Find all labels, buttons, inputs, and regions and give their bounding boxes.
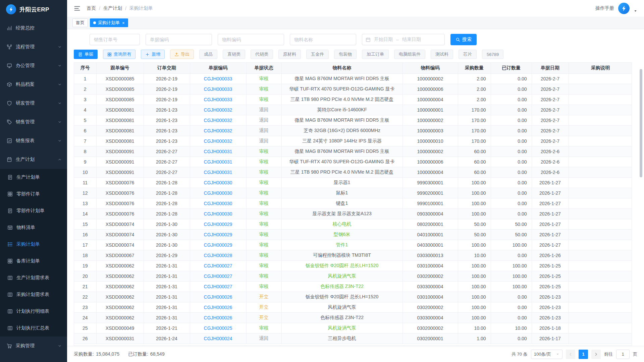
table-row[interactable]: 7XSDD0000812026-1-23CGJH000032退回三星 24英寸 … — [74, 136, 632, 146]
sidebar-item-workshop-settings[interactable]: 车间设置 — [0, 355, 67, 362]
sidebar-item-dashboard[interactable]: 经营总控 — [0, 19, 67, 38]
breadcrumb-production-plan[interactable]: 生产计划 — [103, 5, 122, 11]
table-row[interactable]: 14XSDD0000762026-1-28CGJH000030审核显示器支架 显… — [74, 208, 632, 219]
doc-no-link[interactable]: CGJH000031 — [204, 159, 232, 165]
sub-item-plan-exec-summary[interactable]: 计划执行汇总表 — [0, 320, 67, 337]
export-button[interactable]: 导出 — [170, 50, 194, 59]
sidebar-item-purchase-mgmt[interactable]: 采购管理 — [0, 337, 67, 355]
avatar[interactable] — [618, 3, 630, 14]
tab-home[interactable]: 首页 — [72, 18, 88, 27]
doc-no-link[interactable]: CGJH000032 — [204, 138, 232, 144]
category-chip-8[interactable]: 测试料 — [431, 50, 453, 59]
table-row[interactable]: 3XSDD0000852026-2-19CGJH000033审核三星 1TB 9… — [74, 94, 632, 105]
sidebar-item-production-plan[interactable]: 生产计划 — [0, 150, 67, 169]
manual-link[interactable]: 操作手册 — [595, 5, 614, 11]
table-row[interactable]: 18XSDD0000672026-1-29CGJH000028审核可编程控制器模… — [74, 250, 632, 260]
sub-item-parts-plan-order[interactable]: 零部件计划单 — [0, 202, 67, 219]
table-row[interactable]: 20XSDD0000622026-1-31CGJH000027审核风机旋涡气泵0… — [74, 271, 632, 281]
current-page-button[interactable]: 1 — [579, 350, 588, 359]
sidebar-item-rd-mgmt[interactable]: 研发管理 — [0, 94, 67, 113]
table-row[interactable]: 16XSDD0000742026-1-30CGJH000029审核型钢6米040… — [74, 229, 632, 240]
category-chip-7[interactable]: 电脑组装件 — [394, 50, 425, 59]
table-row[interactable]: 13XSDD0000762026-1-28CGJH000030审核键盘19990… — [74, 198, 632, 208]
doc-no-link[interactable]: CGJH000029 — [204, 222, 232, 227]
category-chip-0[interactable]: 成品 — [199, 50, 217, 59]
sub-item-stock-plan-order[interactable]: 备库计划单 — [0, 253, 67, 269]
table-row[interactable]: 9XSDD0000912026-2-27CGJH000031审核华硕 TUF-R… — [74, 157, 632, 167]
search-button[interactable]: 搜索 — [450, 34, 477, 45]
table-row[interactable]: 24XSDD0000622026-1-31CGJH000026开立色标传感器 Z… — [74, 312, 632, 323]
sidebar-item-process-mgmt[interactable]: 流程管理 — [0, 38, 67, 56]
doc-no-link[interactable]: CGJH000030 — [204, 201, 232, 206]
doc-no-link[interactable]: CGJH000026 — [204, 315, 232, 320]
table-row[interactable]: 5XSDD0000812026-1-23CGJH000032退回微星 MAG B… — [74, 115, 632, 125]
doc-no-link[interactable]: CGJH000025 — [204, 325, 232, 331]
category-chip-2[interactable]: 代销类 — [251, 50, 273, 59]
table-row[interactable]: 23XSDD0000622026-1-31CGJH000026开立风机旋涡气泵0… — [74, 302, 632, 312]
doc-button[interactable]: 单据 — [74, 50, 98, 59]
doc-no-link[interactable]: CGJH000027 — [204, 274, 232, 279]
doc-no-link[interactable]: CGJH000029 — [204, 242, 232, 248]
doc-no-link[interactable]: CGJH000033 — [204, 86, 232, 92]
doc-no-link[interactable]: CGJH000027 — [204, 284, 232, 289]
sales-order-input[interactable] — [90, 34, 140, 45]
doc-no-link[interactable]: CGJH000026 — [204, 305, 232, 310]
table-row[interactable]: 12XSDD0000762026-1-28CGJH000030审核鼠标19990… — [74, 188, 632, 198]
table-row[interactable]: 6XSDD0000812026-1-23CGJH000032退回芝奇 32GB … — [74, 125, 632, 136]
table-row[interactable]: 8XSDD0000912026-2-27CGJH000031审核微星 MAG B… — [74, 146, 632, 157]
doc-no-link[interactable]: CGJH000031 — [204, 170, 232, 175]
sub-item-production-plan-order[interactable]: 生产计划单 — [0, 169, 67, 186]
table-row[interactable]: 1XSDD0000852026-2-19CGJH000033审核微星 MAG B… — [74, 73, 632, 84]
table-row[interactable]: 11XSDD0000762026-1-28CGJH000030审核显示器1999… — [74, 177, 632, 188]
page-size-select[interactable]: 100条/页 — [531, 350, 562, 359]
doc-no-link[interactable]: CGJH000029 — [204, 232, 232, 237]
sub-item-purchase-plan-order[interactable]: 采购计划单 — [0, 236, 67, 253]
close-tab-icon[interactable]: × — [122, 21, 125, 25]
table-row[interactable]: 25XSDD0000492026-1-21CGJH000025审核风机旋涡气泵0… — [74, 323, 632, 333]
doc-no-link[interactable]: CGJH000032 — [204, 118, 232, 123]
doc-no-link[interactable]: CGJH000032 — [204, 128, 232, 133]
table-row[interactable]: 26XSDD0000312026-1-24CGJH000024退回三相异步电机0… — [74, 333, 632, 344]
doc-no-link[interactable]: CGJH000030 — [204, 211, 232, 217]
doc-no-link[interactable]: CGJH000028 — [204, 253, 232, 258]
sidebar-item-sales-mgmt[interactable]: 销售管理 — [0, 113, 67, 131]
hamburger-icon[interactable] — [74, 5, 80, 12]
tab-purchase-plan[interactable]: 采购计划单 × — [90, 18, 128, 27]
doc-no-link[interactable]: CGJH000033 — [204, 76, 232, 81]
goto-page-input[interactable] — [616, 350, 630, 359]
next-page-button[interactable] — [591, 350, 601, 359]
avatar-caret-icon[interactable] — [634, 9, 637, 13]
query-all-button[interactable]: 查询所有 — [103, 50, 136, 59]
sub-item-production-plan-demand[interactable]: 生产计划需求表 — [0, 269, 67, 286]
sidebar-item-sales-reports[interactable]: 销售报表 — [0, 131, 67, 150]
sub-item-parts-order[interactable]: 零部件订单 — [0, 186, 67, 202]
doc-no-link[interactable]: CGJH000031 — [204, 149, 232, 154]
table-row[interactable]: 19XSDD0000622026-1-31CGJH000027审核钣金铰链件 Φ… — [74, 260, 632, 271]
breadcrumb-home[interactable]: 首页 — [87, 5, 96, 11]
category-chip-6[interactable]: 加工订单 — [362, 50, 389, 59]
date-range-picker[interactable]: 开始日期 – 结束日期 — [362, 34, 445, 45]
table-row[interactable]: 17XSDD0000742026-1-30CGJH000029审核管件10403… — [74, 240, 632, 250]
doc-no-link[interactable]: CGJH000030 — [204, 190, 232, 196]
table-row[interactable]: 21XSDD0000622026-1-31CGJH000027审核色标传感器 Z… — [74, 281, 632, 292]
prev-page-button[interactable] — [566, 350, 575, 359]
category-chip-3[interactable]: 原材料 — [278, 50, 301, 59]
table-row[interactable]: 10XSDD0000912026-2-27CGJH000031审核三星 1TB … — [74, 167, 632, 177]
sidebar-item-material-files[interactable]: 料品档案 — [0, 75, 67, 94]
material-code-input[interactable] — [218, 34, 284, 45]
doc-no-link[interactable]: CGJH000032 — [204, 107, 232, 113]
category-chip-4[interactable]: 五金件 — [306, 50, 329, 59]
doc-no-link[interactable]: CGJH000033 — [204, 97, 232, 102]
table-row[interactable]: 2XSDD0000852026-2-19CGJH000033审核华硕 TUF-R… — [74, 84, 632, 94]
doc-no-link[interactable]: CGJH000024 — [204, 336, 232, 341]
table-row[interactable]: 15XSDD0000742026-1-30CGJH000029审核核心电机080… — [74, 219, 632, 229]
doc-no-link[interactable]: CGJH000026 — [204, 294, 232, 300]
sub-item-plan-exec-detail[interactable]: 计划执行明细表 — [0, 303, 67, 320]
table-row[interactable]: 22XSDD0000622026-1-31CGJH000026开立钣金铰链件 Φ… — [74, 292, 632, 302]
sidebar-item-office-mgmt[interactable]: 办公管理 — [0, 56, 67, 75]
sub-item-purchase-plan-demand[interactable]: 采购计划需求表 — [0, 286, 67, 303]
vertical-scrollbar[interactable] — [640, 69, 642, 177]
doc-no-link[interactable]: CGJH000027 — [204, 263, 232, 268]
table-row[interactable]: 4XSDD0000812026-1-23CGJH000032退回英特尔Core … — [74, 105, 632, 115]
doc-no-link[interactable]: CGJH000030 — [204, 180, 232, 185]
